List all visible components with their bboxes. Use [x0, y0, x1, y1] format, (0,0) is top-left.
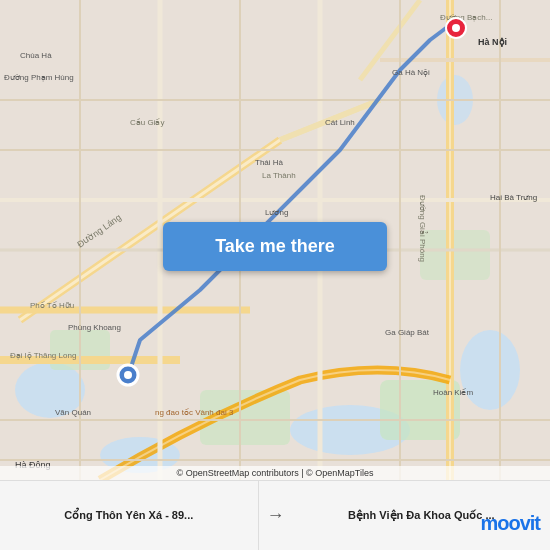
- svg-text:Đường Giải Phóng: Đường Giải Phóng: [418, 195, 428, 262]
- svg-text:Văn Quán: Văn Quán: [55, 408, 91, 417]
- svg-text:Cát Linh: Cát Linh: [325, 118, 355, 127]
- svg-text:Cầu Giấy: Cầu Giấy: [130, 118, 164, 127]
- svg-text:Chùa Hà: Chùa Hà: [20, 51, 52, 60]
- from-location: Cổng Thôn Yên Xá - 89...: [0, 481, 259, 550]
- moovit-logo: moovit: [480, 512, 540, 535]
- map-attribution: © OpenStreetMap contributors | © OpenMap…: [0, 466, 550, 480]
- svg-text:La Thành: La Thành: [262, 171, 296, 180]
- svg-text:Hai Bà Trưng: Hai Bà Trưng: [490, 193, 537, 202]
- from-label: Cổng Thôn Yên Xá - 89...: [64, 508, 193, 522]
- svg-text:Lương: Lương: [265, 208, 288, 217]
- svg-text:Ga Giáp Bát: Ga Giáp Bát: [385, 328, 430, 337]
- bottom-bar: Cổng Thôn Yên Xá - 89... → Bệnh Viện Đa …: [0, 480, 550, 550]
- direction-arrow: →: [267, 505, 285, 526]
- svg-text:Thái Hà: Thái Hà: [255, 158, 284, 167]
- svg-text:Hà Nội: Hà Nội: [478, 37, 507, 47]
- svg-text:Phùng Khoang: Phùng Khoang: [68, 323, 121, 332]
- svg-text:ng đao tốc Vành đai 3: ng đao tốc Vành đai 3: [155, 408, 234, 417]
- svg-point-34: [124, 371, 132, 379]
- svg-point-32: [452, 24, 460, 32]
- svg-rect-9: [420, 230, 490, 280]
- map-container: Đường Láng Phố Tố Hữu Đại lộ Thăng Long …: [0, 0, 550, 480]
- take-me-there-button[interactable]: Take me there: [163, 222, 387, 271]
- svg-text:Ga Hà Nội: Ga Hà Nội: [392, 68, 430, 77]
- svg-text:Đại lộ Thăng Long: Đại lộ Thăng Long: [10, 351, 76, 360]
- svg-text:Hoàn Kiếm: Hoàn Kiếm: [433, 388, 473, 397]
- svg-point-1: [460, 330, 520, 410]
- svg-text:Đường Phạm Hùng: Đường Phạm Hùng: [4, 73, 74, 82]
- to-label: Bệnh Viện Đa Khoa Quốc ...: [348, 508, 495, 522]
- svg-text:Phố Tố Hữu: Phố Tố Hữu: [30, 301, 74, 310]
